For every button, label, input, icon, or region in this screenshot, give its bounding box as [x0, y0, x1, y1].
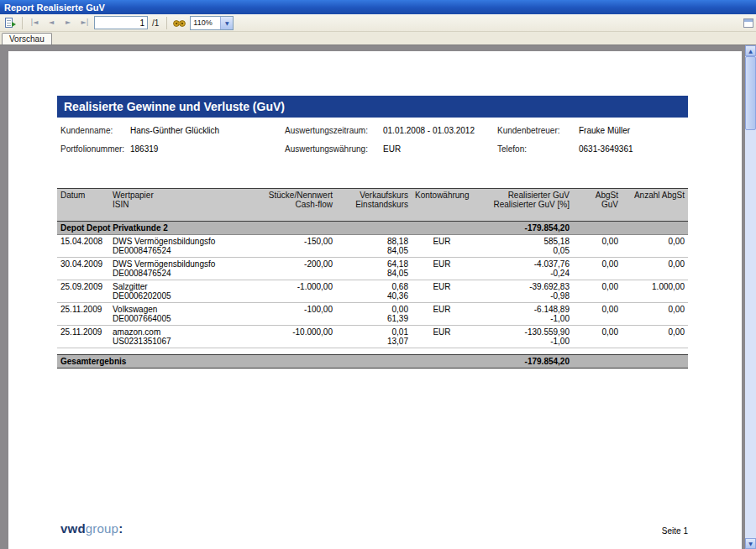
portfolionummer-value: 186319 [130, 144, 158, 163]
first-page-icon: |◄ [31, 19, 39, 26]
cell-guv: -4.037,76 [475, 259, 570, 269]
title-bar: Report Realisierte GuV [0, 0, 756, 14]
cell-stuecke: -10.000,00 [251, 327, 333, 337]
guv-table: Datum WertpapierISIN Stücke/NennwertCash… [57, 188, 688, 369]
header-verkaufskurs: VerkaufskursEinstandskurs [336, 189, 412, 222]
total-value: -179.854,20 [472, 355, 573, 369]
vertical-scrollbar[interactable]: ▲ ▼ [745, 45, 756, 549]
header-kontowaehrung: Kontowährung [412, 189, 472, 222]
cell-waehrung: EUR [415, 327, 469, 337]
cell-isin: DE0008476524 [113, 269, 244, 278]
cell-waehrung: EUR [415, 305, 469, 314]
zoom-select[interactable]: 110% ▼ [190, 16, 234, 30]
info-row: Kundenbetreuer: Frauke Müller [497, 126, 688, 144]
auswertungswaehrung-label: Auswertungswährung: [285, 144, 383, 163]
info-column-3: Kundenbetreuer: Frauke Müller Telefon: 0… [497, 126, 688, 163]
auswertungszeitraum-value: 01.01.2008 - 01.03.2012 [383, 126, 475, 144]
previous-page-button[interactable]: ◄ [44, 15, 59, 30]
cell-datum: 25.11.2009 [60, 305, 106, 314]
cell-guv-pct: 0,05 [475, 246, 570, 255]
table-header-row: Datum WertpapierISIN Stücke/NennwertCash… [57, 189, 688, 222]
cell-guv: -6.148,89 [475, 305, 570, 314]
info-row: Telefon: 0631-3649361 [497, 144, 688, 163]
zoom-dropdown-button[interactable]: ▼ [220, 17, 233, 29]
last-page-button[interactable]: ►| [77, 15, 92, 30]
report-title: Realisierte Gewinne und Verluste (GuV) [57, 96, 688, 118]
table-row: 15.04.2008 DWS VermögensbildungsfoDE0008… [57, 235, 688, 258]
toolbar: |◄ ◄ ► ►| /1 110% ▼ [0, 14, 756, 32]
cell-wertpapier: DWS Vermögensbildungsfo [113, 259, 244, 269]
cell-wertpapier: Salzgitter [113, 282, 244, 291]
cell-datum: 25.09.2009 [60, 282, 106, 291]
window-title: Report Realisierte GuV [4, 3, 105, 13]
cell-einstandskurs: 13,07 [339, 337, 408, 346]
cell-verkaufskurs: 0,00 [339, 305, 408, 314]
info-column-1: Kundenname: Hans-Günther Glücklich Portf… [60, 126, 285, 163]
cell-abgst-guv: 0,00 [576, 259, 618, 269]
cell-verkaufskurs: 64,18 [339, 259, 408, 269]
cell-einstandskurs: 84,05 [339, 246, 408, 255]
scroll-up-button[interactable]: ▲ [745, 45, 756, 56]
logo-vwd: vwd [60, 521, 86, 536]
cell-anzahl-abgst: 0,00 [625, 327, 685, 337]
export-icon [4, 17, 16, 29]
table-row: 30.04.2009 DWS VermögensbildungsfoDE0008… [57, 258, 688, 280]
spacer-row [57, 348, 688, 355]
search-button[interactable] [171, 15, 186, 30]
cell-datum: 30.04.2009 [60, 259, 106, 269]
cell-guv-pct: -0,24 [475, 269, 570, 278]
arrow-down-icon: ▼ [748, 541, 753, 546]
cell-guv: -39.692,83 [475, 282, 570, 291]
page-total-label: /1 [152, 18, 159, 28]
group-value: -179.854,20 [472, 222, 573, 235]
cell-einstandskurs: 61,39 [339, 314, 408, 323]
cell-guv-pct: -1,00 [475, 314, 570, 323]
toolbar-separator [22, 17, 23, 29]
group-label: Depot Depot Privatkunde 2 [57, 222, 472, 235]
header-realisierter-guv: Realisierter GuVRealisierter GuV [%] [472, 189, 573, 222]
info-row: Kundenname: Hans-Günther Glücklich [60, 126, 285, 144]
page-number-input[interactable] [94, 16, 148, 29]
cell-abgst-guv: 0,00 [576, 237, 618, 246]
cell-isin: US0231351067 [113, 337, 244, 346]
scrollbar-thumb[interactable] [745, 56, 756, 130]
report-page: Realisierte Gewinne und Verluste (GuV) K… [8, 51, 742, 549]
header-abgst-guv: AbgSt GuV [573, 189, 622, 222]
kundenname-label: Kundenname: [60, 126, 130, 144]
cell-stuecke: -100,00 [251, 305, 333, 314]
cell-datum: 25.11.2009 [60, 327, 106, 337]
next-page-icon: ► [66, 19, 71, 26]
cell-waehrung: EUR [415, 237, 469, 246]
cell-verkaufskurs: 0,01 [339, 327, 408, 337]
next-page-button[interactable]: ► [60, 15, 76, 30]
preview-area: Realisierte Gewinne und Verluste (GuV) K… [0, 44, 756, 549]
export-button[interactable] [3, 15, 18, 30]
info-column-2: Auswertungszeitraum: 01.01.2008 - 01.03.… [285, 126, 497, 163]
cell-guv: -130.559,90 [475, 327, 570, 337]
scroll-down-button[interactable]: ▼ [745, 538, 756, 549]
vwd-group-logo: vwdgroup: [60, 521, 123, 536]
cell-wertpapier: amazon.com [113, 327, 244, 337]
page-footer: vwdgroup: Seite 1 [60, 521, 688, 536]
cell-guv: 585,18 [475, 237, 570, 246]
cell-anzahl-abgst: 0,00 [625, 259, 685, 269]
telefon-value: 0631-3649361 [579, 144, 633, 163]
cell-waehrung: EUR [415, 259, 469, 269]
table-row: 25.11.2009 VolkswagenDE0007664005 -100,0… [57, 303, 688, 326]
info-row: Portfolionummer: 186319 [60, 144, 285, 163]
cell-guv-pct: -0,98 [475, 291, 570, 301]
tab-bar: Vorschau [0, 32, 756, 44]
info-row: Auswertungszeitraum: 01.01.2008 - 01.03.… [285, 126, 497, 144]
cell-datum: 15.04.2008 [60, 237, 106, 246]
cell-einstandskurs: 40,36 [339, 291, 408, 301]
cell-verkaufskurs: 0,68 [339, 282, 408, 291]
tab-vorschau[interactable]: Vorschau [2, 33, 52, 44]
first-page-button[interactable]: |◄ [27, 15, 42, 30]
window-icon[interactable] [743, 18, 753, 28]
cell-verkaufskurs: 88,18 [339, 237, 408, 246]
page-indicator: Seite 1 [662, 526, 688, 536]
total-label: Gesamtergebnis [57, 355, 472, 369]
cell-anzahl-abgst: 0,00 [625, 237, 685, 246]
scrollbar-track[interactable] [745, 56, 756, 538]
cell-wertpapier: Volkswagen [113, 305, 244, 314]
